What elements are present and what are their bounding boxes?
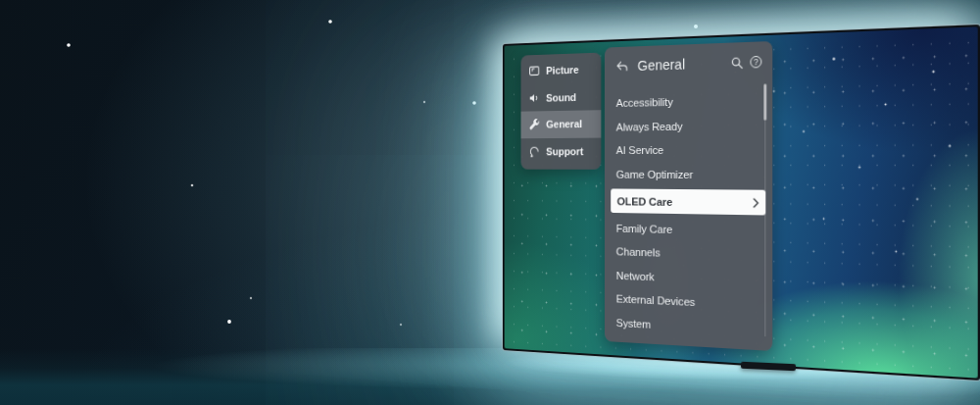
menu-item-label: Game Optimizer [616,168,693,181]
menu-item-game-optimizer[interactable]: Game Optimizer [605,163,772,187]
picture-icon [528,65,540,78]
panel-title: General [638,55,725,74]
sidebar-item-general[interactable]: General [521,110,602,138]
menu-item-label: Network [616,269,655,283]
search-button[interactable] [731,56,744,70]
scrollbar-thumb[interactable] [763,83,766,120]
background-stars [0,0,2,2]
settings-sidebar: Picture Sound General Sup [521,53,602,170]
scrollbar-track [764,84,765,337]
sidebar-item-label: General [546,119,582,130]
screen-bright-stars [505,46,506,47]
tv: Picture Sound General Sup [503,25,980,380]
menu-item-oled-care[interactable]: OLED Care [611,189,765,216]
sidebar-item-label: Sound [546,91,576,103]
menu-item-always-ready[interactable]: Always Ready [605,113,772,139]
search-icon [731,56,744,70]
menu-item-label: Accessibility [616,95,673,110]
menu-item-label: System [616,316,651,331]
help-button[interactable]: ? [750,56,761,69]
sidebar-item-picture[interactable]: Picture [521,56,602,85]
menu-item-label: External Devices [616,292,696,310]
settings-menu: Accessibility Always Ready AI Service Ga… [605,87,772,343]
help-icon: ? [750,56,761,69]
sidebar-item-support[interactable]: Support [521,137,602,165]
menu-item-label: Always Ready [616,120,683,134]
sidebar-item-label: Picture [546,64,578,76]
menu-item-ai-service[interactable]: AI Service [605,137,772,162]
settings-panel: General ? Accessibility Always Ready AI … [605,41,772,351]
panel-header: General ? [605,41,772,75]
sidebar-item-label: Support [546,145,583,157]
menu-item-label: Family Care [616,222,672,236]
menu-item-label: OLED Care [617,194,673,209]
back-button[interactable] [616,60,628,72]
menu-item-label: Channels [616,245,661,260]
menu-item-label: AI Service [616,143,663,157]
chevron-right-icon [753,198,759,208]
sidebar-item-sound[interactable]: Sound [521,82,602,111]
wrench-icon [528,118,540,131]
scene: Picture Sound General Sup [0,0,980,405]
sound-icon [528,91,540,105]
back-arrow-icon [616,60,628,72]
headset-icon [528,145,540,158]
menu-item-accessibility[interactable]: Accessibility [605,87,772,115]
